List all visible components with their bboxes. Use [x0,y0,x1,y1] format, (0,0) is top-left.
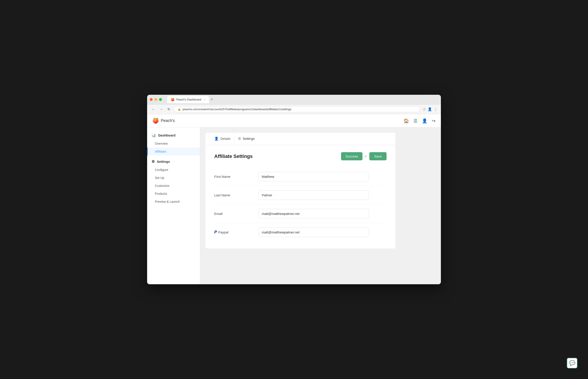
last-name-label: Last Name [214,193,258,197]
address-bar[interactable]: 🔒 peachs.co/console/#!/accounts/570/affi… [174,106,420,112]
addressbar: ← → ↻ 🔒 peachs.co/console/#!/accounts/57… [147,104,441,114]
card-heading: Affiliate Settings [214,154,253,159]
app-container: 🍑 Peach's 🏠 ☰ 👤 ↪ 📊 Dashboard Overview [147,114,441,284]
tab-details-label: Details [221,137,231,141]
sidebar-item-preview-launch[interactable]: Preview & Launch [147,198,200,206]
save-button[interactable]: Save [369,152,387,160]
settings-icon: ⚙ [152,159,155,164]
form-row-email: Email [214,205,387,223]
minimize-button[interactable] [154,98,157,101]
details-tab-icon: 👤 [214,137,219,141]
new-tab-button[interactable]: + [211,97,213,102]
card-tabs: 👤 Details ⚙ Settings [206,133,395,145]
card-body: Affiliate Settings Success ✓ Save First … [206,145,395,249]
sidebar-settings-label: Settings [157,160,170,163]
header-actions: Success ✓ Save [341,152,387,160]
app-title: Peach's [161,118,175,123]
sidebar-item-overview[interactable]: Overview [147,140,200,147]
tab-title: Peach's Dashboard [176,98,201,101]
maximize-button[interactable] [159,98,162,101]
titlebar: 🍑 Peach's Dashboard × + [147,95,441,104]
sidebar-item-configure[interactable]: Configure [147,166,200,174]
chat-button[interactable]: 💬 [567,358,577,368]
forward-button[interactable]: → [159,107,164,112]
tab-settings-label: Settings [243,137,255,141]
sidebar-section-dashboard: 📊 Dashboard [147,131,200,140]
menu-icon[interactable]: ☰ [413,118,417,124]
tab-close-button[interactable]: × [204,98,205,101]
tab-bar: 🍑 Peach's Dashboard × + [167,96,438,103]
browser-actions: ☆ 👤 ⋮ [423,107,437,111]
sidebar-item-setup[interactable]: Set Up [147,174,200,182]
close-button[interactable] [150,98,153,101]
form-row-paypal: P Paypal [214,223,387,241]
sidebar-item-customize[interactable]: Customize [147,182,200,190]
email-label: Email [214,212,258,216]
last-name-input[interactable] [258,190,369,200]
check-icon: ✓ [364,154,367,159]
main-layout: 📊 Dashboard Overview Affiliates ⚙ Settin… [147,127,441,284]
tab-settings[interactable]: ⚙ Settings [234,133,258,145]
card-header-row: Affiliate Settings Success ✓ Save [214,152,387,160]
success-button[interactable]: Success [341,152,363,160]
browser-tab[interactable]: 🍑 Peach's Dashboard × [167,96,209,103]
chat-icon: 💬 [569,360,575,366]
sidebar: 📊 Dashboard Overview Affiliates ⚙ Settin… [147,127,200,284]
home-icon[interactable]: 🏠 [404,118,409,124]
dashboard-icon: 📊 [152,133,156,137]
first-name-label: First Name [214,175,258,178]
settings-tab-icon: ⚙ [238,137,241,141]
content-area: 👤 Details ⚙ Settings Affiliate Settings [200,127,441,284]
traffic-lights [150,98,162,101]
paypal-label: P Paypal [214,230,258,235]
app-header-right: 🏠 ☰ 👤 ↪ [404,118,436,124]
menu-button[interactable]: ⋮ [434,107,437,111]
paypal-input[interactable] [258,227,369,237]
address-text: peachs.co/console/#!/accounts/570/affili… [183,108,291,111]
form-row-first-name: First Name [214,167,387,186]
logout-icon[interactable]: ↪ [432,118,436,124]
reload-button[interactable]: ↻ [167,106,171,112]
lock-icon: 🔒 [178,108,181,111]
peach-icon: 🍑 [152,118,159,124]
sidebar-item-products[interactable]: Products [147,190,200,198]
first-name-input[interactable] [258,172,369,181]
back-button[interactable]: ← [151,107,156,112]
content-card: 👤 Details ⚙ Settings Affiliate Settings [206,133,395,249]
form-row-last-name: Last Name [214,186,387,205]
paypal-icon: P [214,230,217,235]
app-logo: 🍑 Peach's [152,118,175,124]
sidebar-section-settings: ⚙ Settings [147,157,200,166]
email-input[interactable] [258,209,369,219]
profile-button[interactable]: 👤 [428,107,432,111]
user-icon[interactable]: 👤 [422,118,428,124]
sidebar-item-affiliates[interactable]: Affiliates [147,147,200,156]
sidebar-dashboard-label: Dashboard [158,133,175,137]
app-header: 🍑 Peach's 🏠 ☰ 👤 ↪ [147,114,441,127]
tab-details[interactable]: 👤 Details [211,133,234,145]
tab-favicon: 🍑 [171,98,175,101]
bookmark-button[interactable]: ☆ [423,107,426,111]
